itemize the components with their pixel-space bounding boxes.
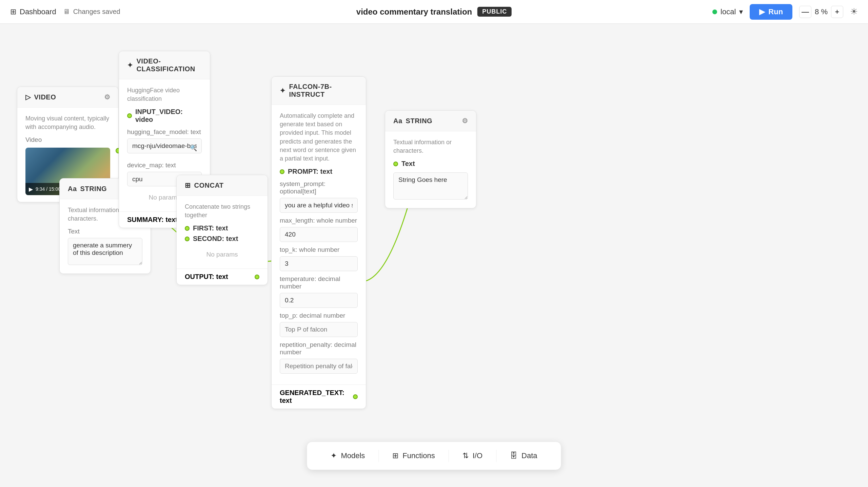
concat-first-row: FIRST: text — [185, 224, 259, 232]
falcon-rep-penalty-label: repetition_penalty: decimal number — [280, 341, 358, 356]
canvas: ▷ VIDEO ⚙ Moving visual content, typical… — [0, 24, 868, 487]
falcon-generated-text-port[interactable] — [353, 394, 358, 399]
falcon-temperature-label: temperature: decimal number — [280, 275, 358, 290]
env-selector[interactable]: local ▾ — [712, 7, 743, 16]
vc-device-map-label: device_map: text — [127, 162, 202, 169]
string-right-icon: Aa — [393, 117, 402, 125]
falcon-system-prompt-input[interactable] — [280, 198, 358, 213]
string-right-text-port[interactable] — [393, 162, 398, 166]
string-right-text-row: Text — [393, 160, 468, 168]
vc-input-video-row: INPUT_VIDEO: video — [127, 108, 202, 124]
changes-saved-indicator: 🖥 Changes saved — [63, 8, 120, 16]
concat-no-params: No params — [185, 247, 259, 262]
vc-summary-label: SUMMARY: text — [127, 216, 178, 224]
io-tab[interactable]: ⇅ I/O — [449, 447, 496, 465]
video-node-label: Video — [25, 136, 110, 144]
concat-header: ⊞ CONCAT — [177, 175, 268, 196]
video-node-header: ▷ VIDEO ⚙ — [17, 87, 118, 108]
falcon-top-k-label: top_k: whole number — [280, 246, 358, 254]
search-icon: 🔍 — [190, 144, 197, 152]
concat-first-label: FIRST: text — [193, 224, 228, 232]
changes-saved-label: Changes saved — [73, 8, 120, 16]
models-label: Models — [341, 451, 365, 460]
bottom-toolbar: ✦ Models ⊞ Functions ⇅ I/O 🗄 Data — [307, 442, 561, 470]
video-node-icon: ▷ — [25, 93, 31, 101]
falcon-rep-penalty-input[interactable] — [280, 359, 358, 374]
concat-title: CONCAT — [194, 182, 224, 189]
falcon-top-k-input[interactable] — [280, 256, 358, 271]
falcon-generated-text-row: GENERATED_TEXT: text — [272, 385, 366, 409]
concat-output-label: OUTPUT: text — [185, 273, 228, 281]
play-icon: ▶ — [759, 7, 765, 16]
concat-output-port[interactable] — [255, 275, 259, 279]
data-tab[interactable]: 🗄 Data — [496, 447, 551, 465]
vc-icon: ✦ — [127, 61, 133, 69]
chevron-down-icon: ▾ — [739, 7, 743, 16]
falcon-prompt-port[interactable] — [280, 169, 284, 174]
falcon-title: FALCON-7B-INSTRUCT — [289, 83, 358, 98]
falcon-description: Automatically complete and generate text… — [280, 112, 358, 163]
video-play-icon: ▶ — [29, 186, 33, 192]
public-badge: PUBLIC — [477, 7, 512, 17]
falcon-max-length-input[interactable] — [280, 227, 358, 242]
concat-second-label: SECOND: text — [193, 235, 238, 243]
zoom-out-button[interactable]: — — [799, 6, 811, 18]
concat-second-row: SECOND: text — [185, 235, 259, 243]
functions-tab[interactable]: ⊞ Functions — [379, 447, 448, 465]
video-node-description: Moving visual content, typically with ac… — [25, 114, 110, 131]
concat-node: ⊞ CONCAT Concatenate two strings togethe… — [176, 175, 268, 285]
functions-label: Functions — [402, 451, 435, 460]
string-right-text-label: Text — [401, 160, 415, 168]
falcon-top-p-label: top_p: decimal number — [280, 312, 358, 319]
string-node-right: Aa STRING ⚙ Textual information or chara… — [385, 110, 476, 208]
falcon-prompt-label: PROMPT: text — [288, 168, 332, 175]
env-label: local — [721, 7, 736, 16]
falcon-header: ✦ FALCON-7B-INSTRUCT — [272, 77, 366, 105]
string-right-gear-icon[interactable]: ⚙ — [462, 117, 468, 125]
string-left-icon: Aa — [68, 185, 77, 193]
run-button[interactable]: ▶ Run — [750, 4, 792, 20]
settings-button[interactable]: ☀ — [850, 6, 858, 17]
dashboard-icon: ⊞ — [10, 7, 16, 16]
functions-icon: ⊞ — [392, 451, 398, 460]
string-left-label: Text — [68, 228, 142, 235]
falcon-generated-text-label: GENERATED_TEXT: text — [280, 389, 350, 405]
monitor-icon: 🖥 — [63, 8, 70, 16]
data-icon: 🗄 — [510, 451, 517, 460]
falcon-prompt-row: PROMPT: text — [280, 168, 358, 175]
vc-description: HuggingFace video classification — [127, 86, 202, 103]
vc-input-video-label: INPUT_VIDEO: video — [135, 108, 202, 124]
topbar: ⊞ Dashboard 🖥 Changes saved video commen… — [0, 0, 868, 24]
video-gear-icon[interactable]: ⚙ — [104, 93, 111, 101]
vc-input-video-port[interactable] — [127, 113, 132, 118]
video-time: 9:34 / 15:00 — [36, 186, 61, 192]
vc-header: ✦ VIDEO-CLASSIFICATION — [119, 51, 210, 79]
falcon-temperature-input[interactable] — [280, 293, 358, 308]
vc-hugging-face-label: hugging_face_model: text — [127, 128, 202, 136]
run-label: Run — [768, 7, 783, 16]
models-tab[interactable]: ✦ Models — [317, 447, 378, 465]
falcon-node: ✦ FALCON-7B-INSTRUCT Automatically compl… — [271, 76, 366, 409]
zoom-in-button[interactable]: + — [831, 6, 843, 18]
vc-title: VIDEO-CLASSIFICATION — [137, 57, 202, 73]
string-right-title: STRING — [406, 117, 433, 125]
string-right-textarea[interactable]: String Goes here — [393, 172, 468, 200]
concat-description: Concatenate two strings together — [185, 203, 259, 220]
concat-output-row: OUTPUT: text — [177, 268, 268, 285]
io-icon: ⇅ — [462, 451, 469, 460]
falcon-max-length-label: max_length: whole number — [280, 217, 358, 224]
concat-icon: ⊞ — [185, 181, 191, 189]
string-right-header: Aa STRING ⚙ — [385, 111, 476, 131]
string-left-textarea[interactable]: generate a summery of this description — [68, 238, 142, 265]
falcon-top-p-input[interactable] — [280, 322, 358, 337]
io-label: I/O — [473, 451, 482, 460]
falcon-icon: ✦ — [280, 87, 286, 95]
string-left-title: STRING — [80, 185, 107, 193]
concat-second-port[interactable] — [185, 237, 190, 241]
data-label: Data — [521, 451, 537, 460]
models-icon: ✦ — [331, 451, 337, 460]
string-right-description: Textual information or characters. — [393, 138, 468, 155]
dashboard-button[interactable]: ⊞ Dashboard — [10, 7, 56, 16]
concat-first-port[interactable] — [185, 226, 190, 231]
zoom-controls: — 8 % + — [799, 6, 843, 18]
